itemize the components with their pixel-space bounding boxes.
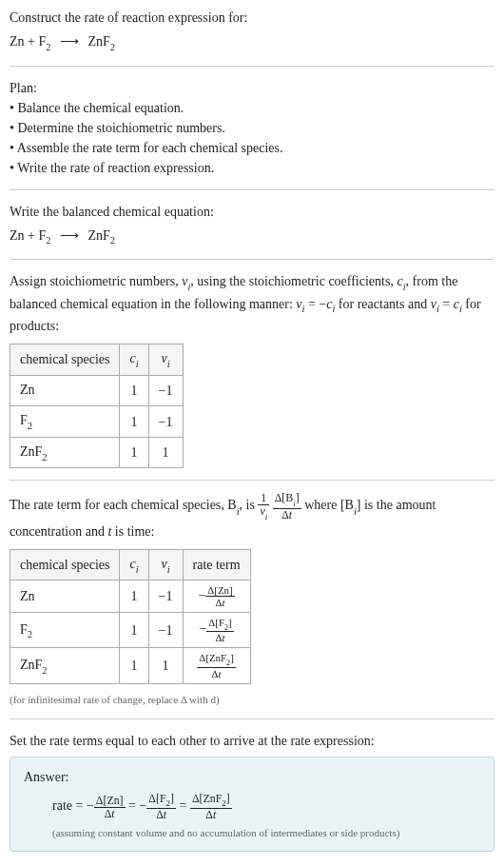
- col-species: chemical species: [10, 344, 120, 376]
- rate-term-table: chemical species ci νi rate term Zn 1 −1…: [10, 549, 251, 684]
- col-species: chemical species: [10, 549, 120, 581]
- assign-text: Assign stoichiometric numbers, νi, using…: [10, 271, 494, 336]
- col-nui: νi: [148, 549, 183, 581]
- table-header-row: chemical species ci νi: [10, 344, 184, 376]
- divider: [10, 259, 494, 260]
- divider: [10, 718, 494, 719]
- balanced-equation: Zn + F2 ⟶ ZnF2: [10, 226, 494, 248]
- plan-item: • Determine the stoichiometric numbers.: [10, 118, 494, 138]
- rate-term-text: The rate term for each chemical species,…: [10, 492, 494, 541]
- set-equal-section: Set the rate terms equal to each other t…: [10, 731, 494, 852]
- answer-box: Answer: rate = −Δ[Zn]Δt = −Δ[F2]Δt = Δ[Z…: [10, 757, 494, 852]
- answer-assumption: (assuming constant volume and no accumul…: [52, 825, 480, 841]
- reaction-arrow-icon: ⟶: [60, 31, 79, 51]
- assign-section: Assign stoichiometric numbers, νi, using…: [10, 271, 494, 468]
- plan-item: • Balance the chemical equation.: [10, 98, 494, 118]
- col-rate: rate term: [183, 549, 250, 581]
- table-row: ZnF2 1 1 Δ[ZnF2]Δt: [10, 648, 251, 683]
- table-row: ZnF2 1 1: [10, 437, 184, 468]
- plan-section: Plan: • Balance the chemical equation. •…: [10, 78, 494, 178]
- frac-dbi-dt: Δ[Bi] Δt: [273, 492, 301, 521]
- unbalanced-equation: Zn + F2 ⟶ ZnF2: [10, 31, 494, 54]
- frac-one-over-nu: 1 νi: [258, 492, 269, 521]
- rate-expression: rate = −Δ[Zn]Δt = −Δ[F2]Δt = Δ[ZnF2]Δt: [52, 793, 480, 821]
- plan-item: • Assemble the rate term for each chemic…: [10, 138, 494, 158]
- reactant-f2: F2: [38, 34, 50, 49]
- product-znf2: ZnF2: [88, 34, 116, 49]
- balanced-section: Write the balanced chemical equation: Zn…: [10, 202, 494, 248]
- table-row: F2 1 −1 −Δ[F2]Δt: [10, 613, 251, 648]
- col-ci: ci: [120, 549, 148, 581]
- table-row: Zn 1 −1 −Δ[Zn]Δt: [10, 581, 251, 613]
- balanced-title: Write the balanced chemical equation:: [10, 202, 494, 222]
- stoich-table: chemical species ci νi Zn 1 −1 F2 1 −1 Z…: [10, 344, 184, 468]
- table-header-row: chemical species ci νi rate term: [10, 549, 251, 581]
- rate-term-section: The rate term for each chemical species,…: [10, 492, 494, 707]
- prompt-section: Construct the rate of reaction expressio…: [10, 8, 494, 54]
- col-nui: νi: [148, 344, 183, 376]
- table-row: Zn 1 −1: [10, 375, 184, 406]
- divider: [10, 189, 494, 190]
- prompt-text: Construct the rate of reaction expressio…: [10, 8, 494, 28]
- reaction-arrow-icon: ⟶: [60, 226, 79, 246]
- set-equal-text: Set the rate terms equal to each other t…: [10, 731, 494, 751]
- divider: [10, 480, 494, 481]
- divider: [10, 66, 494, 67]
- col-ci: ci: [120, 344, 148, 376]
- reactant-zn: Zn: [10, 34, 25, 49]
- plan-title: Plan:: [10, 78, 494, 98]
- answer-label: Answer:: [24, 767, 480, 787]
- plan-item: • Write the rate of reaction expression.: [10, 158, 494, 178]
- infinitesimal-note: (for infinitesimal rate of change, repla…: [10, 692, 494, 708]
- table-row: F2 1 −1: [10, 406, 184, 438]
